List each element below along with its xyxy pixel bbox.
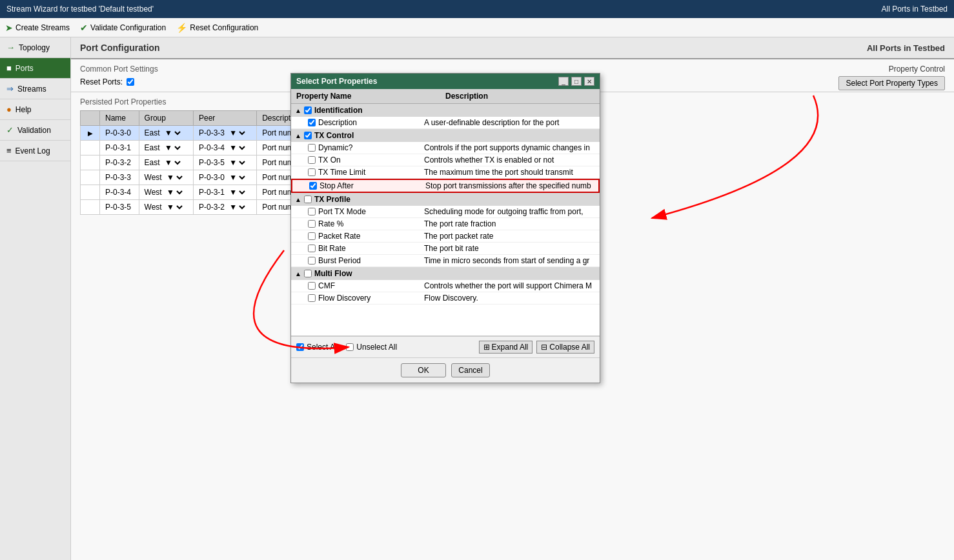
row-expand[interactable] <box>81 155 100 170</box>
row-peer-select[interactable]: ▼ <box>227 128 247 138</box>
row-peer-select[interactable]: ▼ <box>227 187 247 197</box>
row-name: P-0-3-1 <box>100 141 139 155</box>
validate-config-toolbar-item[interactable]: ✔ Validate Configuration <box>80 23 166 33</box>
sidebar-item-help[interactable]: ● Help <box>0 99 70 120</box>
row-group: West ▼ <box>139 185 193 200</box>
dialog-action-buttons: OK Cancel <box>291 357 600 383</box>
title-bar: Stream Wizard for testbed 'Default testb… <box>0 0 954 18</box>
row-group-select[interactable]: ▼ <box>164 202 185 212</box>
group-checkbox[interactable] <box>304 195 312 203</box>
reset-ports-checkbox[interactable] <box>127 78 134 86</box>
dialog-property-row[interactable]: Description A user-definable description… <box>291 117 600 129</box>
expand-icon: ⊞ <box>483 343 490 352</box>
item-checkbox[interactable] <box>309 182 317 190</box>
dialog-property-row[interactable]: Packet Rate The port packet rate <box>291 230 600 243</box>
row-label: TX On <box>295 155 424 165</box>
sidebar-item-streams[interactable]: ⇒ Streams <box>0 79 70 99</box>
dialog-footer: Select All Unselect All ⊞ Expand All ⊟ C… <box>291 336 600 357</box>
row-expand[interactable] <box>81 170 100 185</box>
footer-right: ⊞ Expand All ⊟ Collapse All <box>479 341 594 354</box>
col-header-name <box>81 111 100 126</box>
collapse-all-button[interactable]: ⊟ Collapse All <box>536 341 594 354</box>
item-checkbox[interactable] <box>308 156 316 164</box>
row-peer: P-0-3-5 ▼ <box>194 155 257 170</box>
item-description: Flow Discovery. <box>424 294 596 303</box>
dialog-property-row[interactable]: CMF Controls whether the port will suppo… <box>291 280 600 292</box>
dialog-property-row[interactable]: Bit Rate The port bit rate <box>291 243 600 255</box>
dialog-maximize-button[interactable]: □ <box>571 77 582 86</box>
row-name: P-0-3-2 <box>100 155 139 170</box>
sidebar-item-topology[interactable]: → Topology <box>0 37 70 58</box>
item-description: The port bit rate <box>424 244 596 253</box>
row-group-select[interactable]: ▼ <box>162 128 183 138</box>
item-checkbox[interactable] <box>308 294 316 302</box>
item-label: Burst Period <box>318 256 361 265</box>
row-group-select[interactable]: ▼ <box>162 157 183 168</box>
dialog-property-row[interactable]: Dynamic? Controls if the port supports d… <box>291 142 600 154</box>
item-label: Packet Rate <box>318 232 360 241</box>
select-port-property-types-button[interactable]: Select Port Property Types <box>838 76 945 90</box>
sidebar-item-ports[interactable]: ■ Ports <box>0 58 70 79</box>
item-checkbox[interactable] <box>308 232 316 240</box>
common-settings-label: Common Port Settings <box>80 65 945 74</box>
select-all-checkbox[interactable] <box>296 343 304 351</box>
dialog-property-row[interactable]: Rate % The port rate fraction <box>291 218 600 230</box>
dialog-group-header[interactable]: ▲ Identification <box>291 104 600 117</box>
row-expand[interactable] <box>81 141 100 155</box>
reset-ports-label: Reset Ports: <box>80 77 123 86</box>
sidebar-item-eventlog[interactable]: ≡ Event Log <box>0 141 70 161</box>
item-label: TX Time Limit <box>318 168 365 177</box>
dialog-property-row[interactable]: Stop After Stop port transmissions after… <box>291 179 600 193</box>
item-checkbox[interactable] <box>308 220 316 228</box>
row-group-select[interactable]: ▼ <box>164 172 185 183</box>
row-expand[interactable] <box>81 185 100 200</box>
row-expand[interactable] <box>81 200 100 215</box>
item-label: Description <box>318 118 357 127</box>
row-group-select[interactable]: ▼ <box>162 143 183 153</box>
row-group: East ▼ <box>139 126 193 141</box>
item-checkbox[interactable] <box>308 257 316 265</box>
dialog-property-row[interactable]: Port TX Mode Scheduling mode for outgoin… <box>291 206 600 218</box>
unselect-all-checkbox[interactable] <box>346 343 354 351</box>
dialog-property-row[interactable]: Flow Discovery Flow Discovery. <box>291 292 600 305</box>
col-header-group: Group <box>139 111 193 126</box>
help-icon: ● <box>6 105 12 114</box>
row-peer-select[interactable]: ▼ <box>227 143 247 153</box>
dialog-group-header[interactable]: ▲ TX Profile <box>291 193 600 206</box>
reset-config-toolbar-item[interactable]: ⚡ Reset Configuration <box>176 23 258 33</box>
row-name: P-0-3-0 <box>100 126 139 141</box>
row-group-select[interactable]: ▼ <box>164 187 185 197</box>
group-checkbox[interactable] <box>304 106 312 114</box>
group-name: TX Control <box>314 131 354 140</box>
group-checkbox[interactable] <box>304 270 312 277</box>
group-checkbox[interactable] <box>304 132 312 139</box>
item-checkbox[interactable] <box>308 208 316 215</box>
dialog-minimize-button[interactable]: _ <box>558 77 569 86</box>
item-checkbox[interactable] <box>308 144 316 152</box>
row-peer-select[interactable]: ▼ <box>227 202 247 212</box>
create-streams-toolbar-item[interactable]: ➤ Create Streams <box>5 23 70 33</box>
item-label: Dynamic? <box>318 143 352 152</box>
item-checkbox[interactable] <box>308 282 316 290</box>
dialog-group-header[interactable]: ▲ TX Control <box>291 129 600 142</box>
dialog-col-property-name: Property Name <box>296 92 445 101</box>
dialog-cancel-button[interactable]: Cancel <box>451 363 490 377</box>
dialog-property-list[interactable]: ▲ Identification Description A user-defi… <box>291 104 600 336</box>
row-peer-select[interactable]: ▼ <box>227 157 247 168</box>
dialog-property-row[interactable]: TX On Controls whether TX is enabled or … <box>291 154 600 166</box>
item-checkbox[interactable] <box>308 119 316 126</box>
item-checkbox[interactable] <box>308 168 316 176</box>
dialog-property-row[interactable]: TX Time Limit The maximum time the port … <box>291 166 600 179</box>
dialog-close-button[interactable]: ✕ <box>584 77 594 86</box>
dialog-property-row[interactable]: Burst Period Time in micro seconds from … <box>291 255 600 267</box>
item-checkbox[interactable] <box>308 245 316 252</box>
select-all-label[interactable]: Select All <box>296 343 338 352</box>
dialog-group-header[interactable]: ▲ Multi Flow <box>291 267 600 280</box>
dialog-ok-button[interactable]: OK <box>401 363 446 377</box>
unselect-all-label[interactable]: Unselect All <box>346 343 397 352</box>
expand-all-button[interactable]: ⊞ Expand All <box>479 341 533 354</box>
row-peer-select[interactable]: ▼ <box>227 172 247 183</box>
row-expand[interactable]: ▶ <box>81 126 100 141</box>
sidebar-item-validation[interactable]: ✓ Validation <box>0 120 70 141</box>
row-group: East ▼ <box>139 155 193 170</box>
